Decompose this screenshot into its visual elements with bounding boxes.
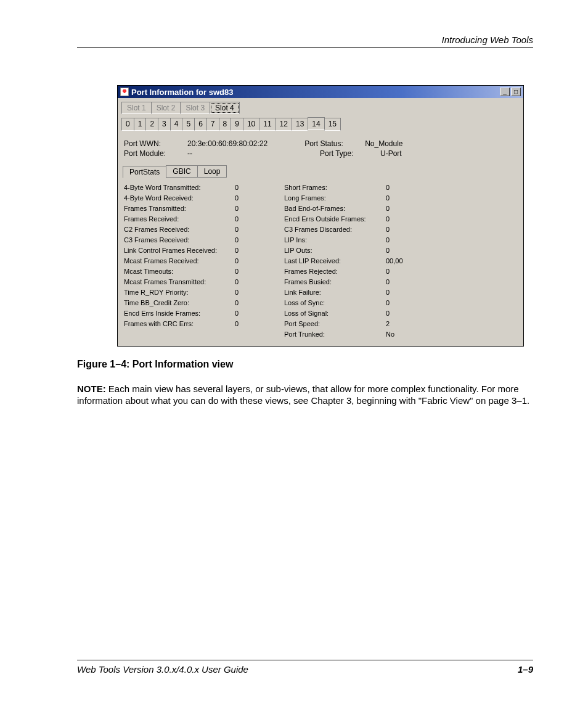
stat-row: Short Frames:0 bbox=[284, 183, 410, 193]
stat-value: 0 bbox=[386, 235, 410, 245]
stat-label: LIP Outs: bbox=[284, 245, 386, 256]
stat-value: 2 bbox=[386, 319, 410, 329]
stat-label: Time R_RDY Priority: bbox=[124, 287, 235, 298]
footer-doc-title: Web Tools Version 3.0.x/4.0.x User Guide bbox=[77, 664, 248, 675]
stat-row: Port Speed:2 bbox=[284, 319, 410, 329]
stat-label: Frames Busied: bbox=[284, 277, 386, 287]
stat-value: 0 bbox=[235, 224, 259, 235]
slot-tab[interactable]: Slot 4 bbox=[210, 102, 240, 114]
stat-value: 0 bbox=[235, 266, 259, 277]
page-header: Introducing Web Tools bbox=[77, 35, 533, 48]
stat-row: Frames Received:0 bbox=[124, 214, 259, 224]
port-tab[interactable]: 15 bbox=[324, 118, 341, 131]
port-module-value: -- bbox=[187, 149, 283, 158]
stat-label: Last LIP Received: bbox=[284, 256, 386, 266]
port-tab[interactable]: 3 bbox=[158, 118, 171, 131]
stat-value: 0 bbox=[386, 266, 410, 277]
stat-value: 00,00 bbox=[386, 256, 410, 266]
port-tab[interactable]: 5 bbox=[182, 118, 195, 131]
port-tab[interactable]: 0 bbox=[121, 118, 134, 131]
stat-row: Frames Rejected:0 bbox=[284, 266, 410, 277]
maximize-button[interactable]: □ bbox=[511, 88, 521, 96]
figure-caption: Figure 1–4: Port Information view bbox=[77, 359, 533, 370]
note-paragraph: NOTE: Each main view has several layers,… bbox=[77, 384, 533, 407]
stat-value: 0 bbox=[386, 224, 410, 235]
slot-tab[interactable]: Slot 1 bbox=[121, 102, 152, 114]
stats-area: 4-Byte Word Transmitted:04-Byte Word Rec… bbox=[121, 183, 520, 340]
stat-tab[interactable]: GBIC bbox=[166, 165, 197, 178]
port-tab[interactable]: 1 bbox=[134, 118, 147, 131]
port-number-tabs: 0123456789101112131415 bbox=[121, 118, 520, 131]
stat-label: Bad End-of-Frames: bbox=[284, 203, 386, 214]
stat-value: 0 bbox=[386, 214, 410, 224]
stat-label: C3 Frames Received: bbox=[124, 235, 235, 245]
stat-label: Link Failure: bbox=[284, 287, 386, 298]
port-type-value: U-Port bbox=[380, 149, 402, 158]
port-tab[interactable]: 8 bbox=[219, 118, 232, 131]
port-wwn-value: 20:3e:00:60:69:80:02:22 bbox=[187, 139, 267, 148]
port-tab[interactable]: 2 bbox=[145, 118, 158, 131]
stat-value: 0 bbox=[235, 203, 259, 214]
stat-label: Mcast Frames Transmitted: bbox=[124, 277, 235, 287]
stat-tab[interactable]: Loop bbox=[197, 165, 227, 178]
stat-row: Frames with CRC Errs:0 bbox=[124, 319, 259, 329]
stat-row: 4-Byte Word Transmitted:0 bbox=[124, 183, 259, 193]
stat-label: Time BB_Credit Zero: bbox=[124, 298, 235, 308]
stat-value: 0 bbox=[235, 193, 259, 203]
port-module-label: Port Module: bbox=[124, 149, 176, 158]
stat-label: Long Frames: bbox=[284, 193, 386, 203]
stat-value: 0 bbox=[235, 287, 259, 298]
note-text: Each main view has several layers, or su… bbox=[77, 384, 529, 406]
stat-value: 0 bbox=[235, 214, 259, 224]
port-tab[interactable]: 10 bbox=[243, 118, 259, 131]
stat-value: 0 bbox=[235, 245, 259, 256]
stat-row: Link Control Frames Received:0 bbox=[124, 245, 259, 256]
port-type-label: Port Type: bbox=[320, 149, 369, 158]
stat-value: 0 bbox=[235, 308, 259, 319]
stat-row: C3 Frames Received:0 bbox=[124, 235, 259, 245]
stat-label: Loss of Signal: bbox=[284, 308, 386, 319]
stat-row: Loss of Signal:0 bbox=[284, 308, 410, 319]
stat-row: Time BB_Credit Zero:0 bbox=[124, 298, 259, 308]
stat-label: Port Speed: bbox=[284, 319, 386, 329]
stat-label: Mcast Timeouts: bbox=[124, 266, 235, 277]
note-label: NOTE: bbox=[77, 384, 106, 394]
port-tab[interactable]: 9 bbox=[231, 118, 243, 131]
port-tab[interactable]: 6 bbox=[194, 118, 207, 131]
stat-label: Frames Received: bbox=[124, 214, 235, 224]
port-tab[interactable]: 12 bbox=[276, 118, 292, 131]
stat-tabs: PortStatsGBICLoop bbox=[123, 165, 520, 178]
stat-row: Bad End-of-Frames:0 bbox=[284, 203, 410, 214]
stat-label: Loss of Sync: bbox=[284, 298, 386, 308]
port-tab[interactable]: 7 bbox=[206, 118, 219, 131]
port-tab[interactable]: 11 bbox=[259, 118, 276, 131]
port-tab[interactable]: 14 bbox=[308, 117, 324, 130]
stat-label: Frames with CRC Errs: bbox=[124, 319, 235, 329]
stat-row: Mcast Timeouts:0 bbox=[124, 266, 259, 277]
stat-row: Link Failure:0 bbox=[284, 287, 410, 298]
stat-row: Frames Transmitted:0 bbox=[124, 203, 259, 214]
stat-value: 0 bbox=[386, 277, 410, 287]
stat-value: 0 bbox=[235, 183, 259, 193]
port-tab[interactable]: 4 bbox=[170, 118, 183, 131]
stat-row: Encd Errs Outside Frames:0 bbox=[284, 214, 410, 224]
stat-row: C2 Frames Received:0 bbox=[124, 224, 259, 235]
stat-label: 4-Byte Word Transmitted: bbox=[124, 183, 235, 193]
minimize-button[interactable]: _ bbox=[500, 88, 510, 96]
stat-row: Mcast Frames Received:0 bbox=[124, 256, 259, 266]
stat-label: Encd Errs Outside Frames: bbox=[284, 214, 386, 224]
slot-tab[interactable]: Slot 2 bbox=[151, 102, 181, 114]
page-footer: Web Tools Version 3.0.x/4.0.x User Guide… bbox=[77, 660, 533, 675]
port-info-window: Port Information for swd83 _ □ Slot 1Slo… bbox=[117, 85, 524, 347]
stat-value: 0 bbox=[235, 256, 259, 266]
stat-value: 0 bbox=[386, 287, 410, 298]
stat-label: LIP Ins: bbox=[284, 235, 386, 245]
stat-label: Port Trunked: bbox=[284, 329, 386, 340]
stat-tab[interactable]: PortStats bbox=[123, 166, 166, 178]
stat-value: 0 bbox=[235, 319, 259, 329]
stat-row: LIP Ins:0 bbox=[284, 235, 410, 245]
slot-tab[interactable]: Slot 3 bbox=[180, 102, 210, 114]
port-tab[interactable]: 13 bbox=[292, 118, 308, 131]
stat-row: Frames Busied:0 bbox=[284, 277, 410, 287]
stat-label: Frames Rejected: bbox=[284, 266, 386, 277]
